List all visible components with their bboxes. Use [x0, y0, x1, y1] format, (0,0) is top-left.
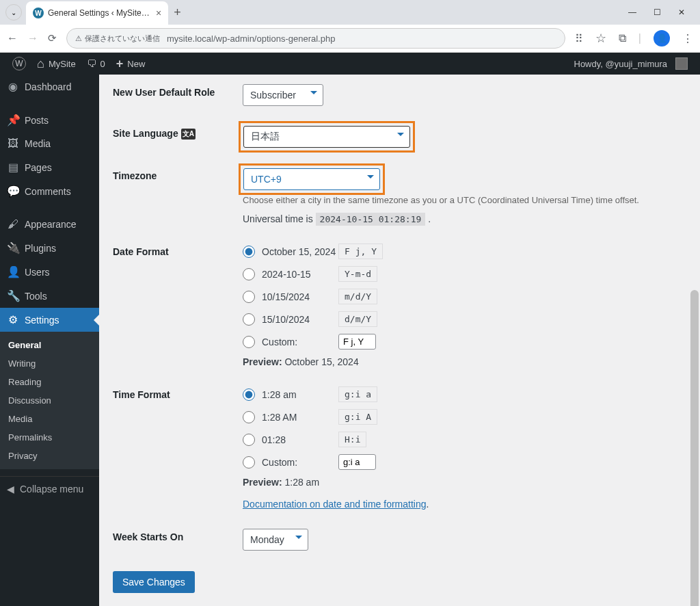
- date-code-0: F j, Y: [338, 243, 383, 259]
- comment-icon: [87, 58, 96, 69]
- sidebar-item-tools[interactable]: 🔧Tools: [0, 284, 99, 308]
- new-tab-button[interactable]: +: [174, 5, 181, 20]
- time-code-1: g:i A: [338, 409, 377, 425]
- collapse-icon: ◀: [7, 484, 14, 495]
- window-close[interactable]: ✕: [677, 8, 686, 17]
- radio-time-1[interactable]: [243, 411, 255, 423]
- new-content-item[interactable]: +New: [111, 53, 151, 75]
- translate-icon[interactable]: ⠿: [575, 32, 583, 45]
- dashboard-icon: ◉: [7, 80, 19, 93]
- sidebar-item-posts[interactable]: 📌Posts: [0, 108, 99, 132]
- window-maximize[interactable]: ☐: [652, 8, 662, 17]
- date-code-3: d/m/Y: [338, 311, 377, 327]
- tab-close-icon[interactable]: ×: [156, 8, 161, 18]
- radio-date-1[interactable]: [243, 268, 255, 280]
- label-timezone: Timezone: [113, 168, 243, 224]
- date-code-1: Y-m-d: [338, 266, 377, 282]
- date-display-0: October 15, 2024: [262, 246, 338, 257]
- time-display-2: 01:28: [262, 434, 338, 445]
- date-preview-value: October 15, 2024: [284, 356, 358, 367]
- collapse-menu[interactable]: ◀Collapse menu: [0, 476, 99, 501]
- settings-submenu: General Writing Reading Discussion Media…: [0, 332, 99, 469]
- address-bar: ← → ⟳ ⚠ 保護されていない通信 mysite.local/wp-admin…: [0, 25, 700, 52]
- home-icon: [37, 57, 44, 71]
- time-preview-value: 1:28 am: [284, 477, 319, 488]
- settings-content: New User Default Role Subscriber Site La…: [99, 75, 700, 606]
- brush-icon: 🖌: [7, 218, 19, 230]
- comments-item[interactable]: 0: [81, 53, 111, 75]
- bookmark-star-icon[interactable]: ☆: [595, 31, 606, 46]
- wp-logo-item[interactable]: W: [7, 53, 31, 75]
- nav-back-icon[interactable]: ←: [7, 32, 18, 44]
- wordpress-logo-icon: W: [12, 57, 26, 70]
- save-changes-button[interactable]: Save Changes: [113, 571, 195, 593]
- submenu-media[interactable]: Media: [0, 410, 99, 428]
- scrollbar-thumb[interactable]: [690, 290, 699, 606]
- select-site-language[interactable]: 日本語: [243, 126, 410, 148]
- date-custom-input[interactable]: [338, 334, 376, 350]
- sidebar-item-comments[interactable]: 💬Comments: [0, 179, 99, 203]
- page-icon: ▤: [7, 161, 19, 174]
- radio-date-custom[interactable]: [243, 336, 255, 348]
- browser-menu-icon[interactable]: ⋮: [682, 32, 693, 45]
- comments-icon: 💬: [7, 185, 19, 198]
- submenu-writing[interactable]: Writing: [0, 354, 99, 373]
- howdy-item[interactable]: Howdy, @yuuji_mimura: [569, 53, 694, 75]
- radio-time-custom[interactable]: [243, 456, 255, 469]
- date-code-2: m/d/Y: [338, 289, 377, 304]
- security-warning: ⚠ 保護されていない通信: [75, 34, 160, 44]
- tab-dropdown-button[interactable]: ⌄: [5, 4, 22, 21]
- wp-admin-bar: W MySite 0 +New Howdy, @yuuji_mimura: [0, 53, 700, 75]
- time-code-0: g:i a: [338, 386, 377, 402]
- window-controls: — ☐ ✕: [628, 8, 695, 17]
- documentation-link[interactable]: Documentation on date and time formattin…: [243, 499, 427, 510]
- radio-time-2[interactable]: [243, 434, 255, 446]
- label-site-language: Site Language文A: [113, 125, 243, 148]
- tab-bar: ⌄ W General Settings ‹ MySite — W… × + —…: [0, 0, 700, 25]
- submenu-general[interactable]: General: [0, 336, 99, 354]
- radio-time-0[interactable]: [243, 388, 255, 401]
- sidebar-item-users[interactable]: 👤Users: [0, 260, 99, 284]
- highlight-language: 日本語: [243, 125, 411, 148]
- sidebar-item-dashboard[interactable]: ◉Dashboard: [0, 75, 99, 98]
- url-box[interactable]: ⚠ 保護されていない通信 mysite.local/wp-admin/optio…: [66, 28, 565, 49]
- sidebar-item-media[interactable]: 🖼Media: [0, 132, 99, 155]
- translate-badge-icon: 文A: [181, 129, 196, 140]
- submenu-privacy[interactable]: Privacy: [0, 447, 99, 465]
- pin-icon: 📌: [7, 114, 19, 127]
- nav-forward-icon[interactable]: →: [27, 32, 38, 44]
- submenu-permalinks[interactable]: Permalinks: [0, 428, 99, 447]
- universal-time-label: Universal time is: [243, 213, 316, 224]
- universal-time-value: 2024-10-15 01:28:19: [316, 213, 426, 226]
- time-custom-label: Custom:: [262, 457, 338, 468]
- sidebar-item-appearance[interactable]: 🖌Appearance: [0, 213, 99, 236]
- label-week-starts: Week Starts On: [113, 529, 243, 551]
- radio-date-3[interactable]: [243, 313, 255, 326]
- date-preview-label: Preview:: [243, 356, 282, 367]
- time-custom-input[interactable]: [338, 454, 376, 470]
- date-display-1: 2024-10-15: [262, 269, 338, 280]
- select-week-starts[interactable]: Monday: [243, 529, 308, 551]
- sidebar-item-plugins[interactable]: 🔌Plugins: [0, 236, 99, 260]
- sidebar-item-pages[interactable]: ▤Pages: [0, 155, 99, 179]
- select-timezone[interactable]: UTC+9: [243, 168, 380, 190]
- select-default-role[interactable]: Subscriber: [243, 84, 323, 106]
- submenu-discussion[interactable]: Discussion: [0, 391, 99, 410]
- url-text: mysite.local/wp-admin/options-general.ph…: [167, 34, 335, 44]
- site-name-item[interactable]: MySite: [31, 53, 81, 75]
- user-avatar-icon: [675, 57, 688, 70]
- radio-date-2[interactable]: [243, 291, 255, 303]
- browser-tab[interactable]: W General Settings ‹ MySite — W… ×: [26, 1, 168, 25]
- sidebar-item-settings[interactable]: ⚙Settings: [0, 308, 99, 332]
- media-icon: 🖼: [7, 137, 19, 150]
- browser-chrome: ⌄ W General Settings ‹ MySite — W… × + —…: [0, 0, 700, 53]
- extensions-icon[interactable]: ⧉: [619, 32, 626, 44]
- reload-icon[interactable]: ⟳: [48, 32, 57, 44]
- date-custom-label: Custom:: [262, 337, 338, 347]
- date-display-2: 10/15/2024: [262, 291, 338, 302]
- radio-date-0[interactable]: [243, 246, 255, 258]
- time-display-1: 1:28 AM: [262, 412, 338, 423]
- submenu-reading[interactable]: Reading: [0, 373, 99, 391]
- window-minimize[interactable]: —: [628, 8, 637, 17]
- profile-avatar-icon[interactable]: 👤: [654, 30, 670, 47]
